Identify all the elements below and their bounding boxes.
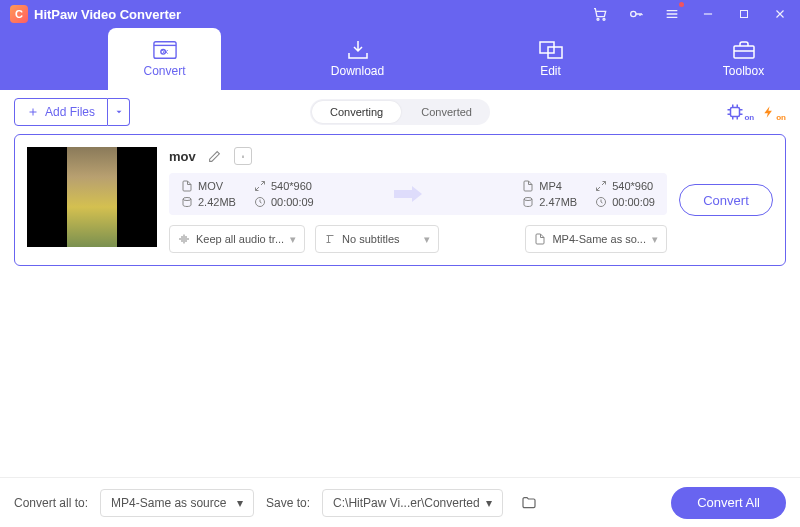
logo-icon: C [10, 5, 28, 23]
convert-all-format-select[interactable]: MP4-Same as source ▾ [100, 489, 254, 517]
tab-convert-label: Convert [143, 64, 185, 78]
close-button[interactable] [770, 4, 790, 24]
dst-resolution: 540*960 [612, 180, 653, 192]
audio-track-select[interactable]: Keep all audio tr... ▾ [169, 225, 305, 253]
tab-edit[interactable]: Edit [494, 28, 607, 90]
svg-point-5 [160, 50, 165, 55]
app-title: HitPaw Video Converter [34, 7, 181, 22]
tab-toolbox-label: Toolbox [723, 64, 764, 78]
svg-point-12 [524, 198, 532, 201]
app-logo: C HitPaw Video Converter [10, 5, 181, 23]
dst-size: 2.47MB [539, 196, 577, 208]
output-format-select[interactable]: MP4-Same as so... ▾ [525, 225, 667, 253]
maximize-button[interactable] [734, 4, 754, 24]
svg-point-10 [183, 198, 191, 201]
svg-rect-9 [731, 107, 740, 116]
chevron-down-icon: ▾ [652, 233, 658, 246]
key-icon[interactable] [626, 4, 646, 24]
src-duration: 00:00:09 [271, 196, 314, 208]
save-to-label: Save to: [266, 496, 310, 510]
hw-accel-2[interactable]: on [762, 103, 786, 122]
video-thumbnail[interactable] [27, 147, 157, 247]
subtitle-select[interactable]: No subtitles ▾ [315, 225, 439, 253]
minimize-button[interactable] [698, 4, 718, 24]
hw-accel-1[interactable]: on [726, 103, 754, 122]
src-format: MOV [198, 180, 223, 192]
save-to-select[interactable]: C:\HitPaw Vi...er\Converted ▾ [322, 489, 503, 517]
tab-download-label: Download [331, 64, 384, 78]
chevron-down-icon: ▾ [237, 496, 243, 510]
convert-all-button[interactable]: Convert All [671, 487, 786, 519]
cart-icon[interactable] [590, 4, 610, 24]
convert-icon [153, 40, 177, 60]
tab-edit-label: Edit [540, 64, 561, 78]
tab-convert[interactable]: Convert [108, 28, 221, 90]
tab-download[interactable]: Download [301, 28, 414, 90]
download-icon [346, 40, 370, 60]
chevron-down-icon: ▾ [290, 233, 296, 246]
tab-toolbox[interactable]: Toolbox [687, 28, 800, 90]
dst-duration: 00:00:09 [612, 196, 655, 208]
add-files-button[interactable]: Add Files [14, 98, 108, 126]
arrow-icon [392, 184, 424, 204]
svg-rect-8 [734, 46, 754, 58]
file-name: mov [169, 149, 196, 164]
add-files-dropdown[interactable] [108, 98, 130, 126]
src-resolution: 540*960 [271, 180, 312, 192]
svg-rect-3 [741, 11, 748, 18]
add-files-label: Add Files [45, 105, 95, 119]
menu-icon[interactable] [662, 4, 682, 24]
seg-converted[interactable]: Converted [403, 99, 490, 125]
svg-point-0 [597, 18, 599, 20]
convert-button[interactable]: Convert [679, 184, 773, 216]
src-size: 2.42MB [198, 196, 236, 208]
chevron-down-icon: ▾ [424, 233, 430, 246]
edit-name-icon[interactable] [206, 147, 224, 165]
status-segment: Converting Converted [310, 99, 490, 125]
convert-all-to-label: Convert all to: [14, 496, 88, 510]
svg-point-1 [603, 18, 605, 20]
toolbox-icon [732, 40, 756, 60]
open-folder-button[interactable] [515, 489, 543, 517]
edit-icon [539, 40, 563, 60]
chevron-down-icon: ▾ [486, 496, 492, 510]
seg-converting[interactable]: Converting [312, 101, 401, 123]
file-item: mov MOV 540*960 2.42MB 00:00:09 [14, 134, 786, 266]
dst-format: MP4 [539, 180, 562, 192]
info-icon[interactable] [234, 147, 252, 165]
titlebar: C HitPaw Video Converter [0, 0, 800, 28]
svg-point-2 [631, 11, 636, 16]
